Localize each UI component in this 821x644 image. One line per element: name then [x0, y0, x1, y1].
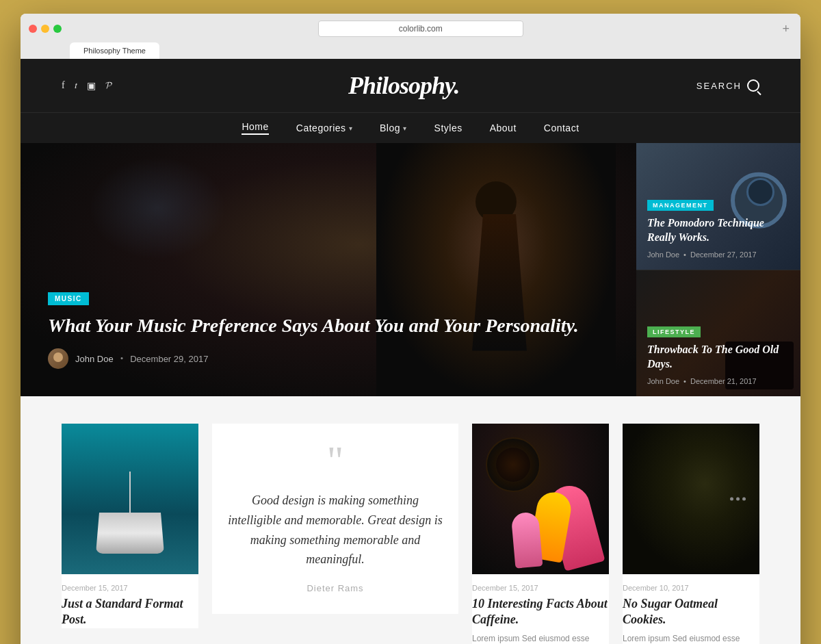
sidebar-2-meta: John Doe • December 21, 2017	[647, 377, 790, 385]
pinterest-icon[interactable]: 𝓟	[105, 80, 112, 91]
sidebar-1-meta: John Doe • December 27, 2017	[647, 250, 790, 259]
smoke-effect	[89, 157, 226, 259]
coffee-cup	[486, 437, 540, 492]
social-icons: f 𝑡 ▣ 𝓟	[62, 80, 112, 92]
hero-date: December 29, 2017	[130, 354, 208, 364]
browser-tabs: Philosophy Theme	[70, 42, 792, 59]
sidebar-1-date: December 27, 2017	[690, 250, 757, 259]
coffee-illustration	[472, 424, 609, 574]
post-coffee-image	[472, 424, 609, 574]
minimize-button[interactable]	[41, 25, 49, 33]
site-header: f 𝑡 ▣ 𝓟 Philosophy. SEARCH	[21, 59, 800, 112]
nav-about[interactable]: About	[490, 121, 517, 135]
nav-contact[interactable]: Contact	[544, 121, 579, 135]
quote-author: Dieter Rams	[307, 583, 363, 593]
post-card-oatmeal[interactable]: December 10, 2017 No Sugar Oatmeal Cooki…	[623, 424, 759, 644]
post-3-date: December 15, 2017	[472, 584, 609, 592]
sidebar-1-separator: •	[683, 250, 686, 259]
post-oatmeal-image	[623, 424, 759, 574]
quote-marks: "	[327, 444, 344, 477]
browser-chrome: colorlib.com + Philosophy Theme	[21, 14, 800, 59]
post-1-date: December 15, 2017	[62, 584, 198, 592]
hero-separator: •	[120, 353, 124, 364]
dark-dot-2	[736, 498, 740, 501]
sidebar-article-2[interactable]: LIFESTYLE Throwback To The Good Old Days…	[636, 270, 800, 397]
browser-window: colorlib.com + Philosophy Theme f 𝑡 ▣ 𝓟 …	[21, 14, 800, 644]
flower-3	[511, 511, 543, 568]
hero-section: MUSIC What Your Music Preference Says Ab…	[21, 143, 800, 396]
nav-categories[interactable]: Categories ▾	[296, 121, 352, 135]
facebook-icon[interactable]: f	[62, 80, 65, 91]
sidebar-2-author: John Doe	[647, 377, 679, 385]
lamp-cord	[129, 472, 131, 513]
sidebar-2-title: Throwback To The Good Old Days.	[647, 343, 790, 372]
post-lamp-image	[62, 424, 198, 574]
post-card-coffee[interactable]: December 15, 2017 10 Interesting Facts A…	[472, 424, 609, 644]
sidebar-1-author: John Doe	[647, 250, 679, 259]
sidebar-article-1-content: MANAGEMENT The Pomodoro Technique Really…	[647, 198, 790, 259]
lamp-shape	[96, 472, 164, 554]
hero-meta: John Doe • December 29, 2017	[48, 348, 609, 369]
url-input[interactable]: colorlib.com	[318, 21, 523, 37]
dark-dot-1	[730, 498, 733, 501]
sidebar-2-separator: •	[683, 377, 686, 385]
site-title: Philosophy.	[348, 71, 460, 100]
post-3-title: 10 Interesting Facts About Caffeine.	[472, 596, 609, 628]
post-4-title: No Sugar Oatmeal Cookies.	[623, 596, 759, 628]
sidebar-1-title: The Pomodoro Technique Really Works.	[647, 216, 790, 245]
post-3-excerpt: Lorem ipsum Sed eiusmod esse	[472, 632, 609, 644]
post-card-lamp[interactable]: December 15, 2017 Just a Standard Format…	[62, 424, 198, 628]
hero-main-article[interactable]: MUSIC What Your Music Preference Says Ab…	[21, 143, 636, 396]
hero-title: What Your Music Preference Says About Yo…	[48, 313, 609, 337]
nav-blog[interactable]: Blog ▾	[380, 121, 407, 135]
hero-author: John Doe	[75, 354, 114, 364]
sidebar-2-category: LIFESTYLE	[647, 326, 701, 337]
blog-grid-section: December 15, 2017 Just a Standard Format…	[21, 396, 800, 644]
search-icon	[747, 79, 759, 92]
dark-dot-3	[742, 498, 746, 501]
address-bar: colorlib.com	[68, 21, 772, 37]
website-content: f 𝑡 ▣ 𝓟 Philosophy. SEARCH Home Categori…	[21, 59, 800, 644]
sidebar-article-1[interactable]: MANAGEMENT The Pomodoro Technique Really…	[636, 143, 800, 270]
hero-content: MUSIC What Your Music Preference Says Ab…	[48, 292, 609, 369]
hero-category-badge[interactable]: MUSIC	[48, 292, 89, 305]
close-button[interactable]	[29, 25, 37, 33]
search-area[interactable]: SEARCH	[696, 79, 759, 92]
nav-home[interactable]: Home	[242, 121, 268, 135]
post-1-body: December 15, 2017 Just a Standard Format…	[62, 574, 198, 628]
dark-illustration	[623, 424, 759, 574]
nav-styles[interactable]: Styles	[434, 121, 462, 135]
lamp-shade	[96, 513, 164, 554]
post-4-excerpt: Lorem ipsum Sed eiusmod esse	[623, 632, 759, 644]
dark-dots	[730, 498, 746, 501]
post-4-date: December 10, 2017	[623, 584, 759, 592]
sidebar-article-2-content: LIFESTYLE Throwback To The Good Old Days…	[647, 324, 790, 385]
quote-text: Good design is making something intellig…	[226, 491, 445, 569]
new-tab-button[interactable]: +	[779, 23, 792, 35]
browser-traffic-lights	[29, 25, 62, 33]
sidebar-2-date: December 21, 2017	[690, 377, 757, 385]
post-4-body: December 10, 2017 No Sugar Oatmeal Cooki…	[623, 574, 759, 644]
main-navigation: Home Categories ▾ Blog ▾ Styles About Co…	[21, 112, 800, 143]
maximize-button[interactable]	[53, 25, 62, 33]
active-tab[interactable]: Philosophy Theme	[70, 42, 159, 59]
post-3-body: December 15, 2017 10 Interesting Facts A…	[472, 574, 609, 644]
author-avatar	[48, 348, 68, 369]
lamp-illustration	[62, 424, 198, 574]
sidebar-1-category: MANAGEMENT	[647, 200, 714, 211]
post-card-quote: " Good design is making something intell…	[212, 424, 458, 614]
twitter-icon[interactable]: 𝑡	[75, 80, 77, 91]
blog-grid: December 15, 2017 Just a Standard Format…	[62, 424, 759, 644]
search-label: SEARCH	[696, 81, 742, 91]
instagram-icon[interactable]: ▣	[87, 80, 96, 92]
post-1-title: Just a Standard Format Post.	[62, 596, 198, 628]
hero-sidebar: MANAGEMENT The Pomodoro Technique Really…	[636, 143, 800, 396]
